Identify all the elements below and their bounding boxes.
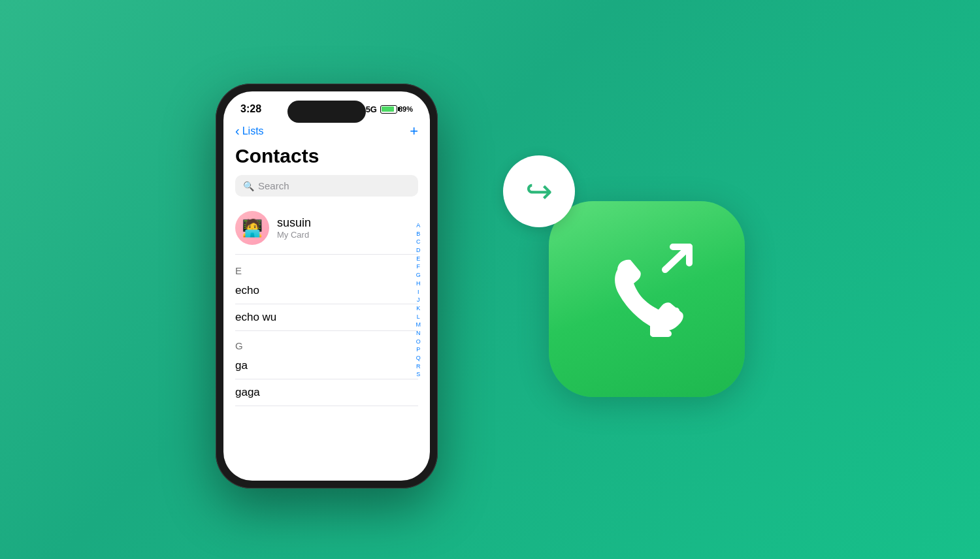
alphabet-index[interactable]: A B C D E F G H I J K L M N O P Q <box>416 222 421 379</box>
list-item[interactable]: echo wu <box>235 304 418 331</box>
alpha-o[interactable]: O <box>416 338 421 346</box>
search-bar[interactable]: 🔍 Search <box>235 175 418 197</box>
alpha-p[interactable]: P <box>416 346 421 354</box>
alpha-e[interactable]: E <box>416 255 421 263</box>
nav-bar: ‹ Lists + <box>223 120 430 145</box>
alpha-s[interactable]: S <box>416 371 421 379</box>
chevron-left-icon: ‹ <box>235 123 240 138</box>
scene: 3:28 5G 89% <box>0 0 980 559</box>
reply-arrow-icon: ↩ <box>525 172 553 210</box>
search-icon: 🔍 <box>243 181 254 191</box>
my-card-info: susuin My Card <box>277 216 311 240</box>
my-card-row[interactable]: 🧑‍💻 susuin My Card <box>235 207 418 255</box>
contact-name: echo wu <box>235 311 276 323</box>
alpha-f[interactable]: F <box>416 263 421 271</box>
svg-line-0 <box>665 247 689 270</box>
contact-name: gaga <box>235 386 260 398</box>
back-button[interactable]: ‹ Lists <box>235 124 264 138</box>
list-item[interactable]: gaga <box>235 379 418 406</box>
alpha-r[interactable]: R <box>416 363 421 371</box>
alpha-j[interactable]: J <box>416 296 421 304</box>
status-time: 3:28 <box>240 103 261 115</box>
search-placeholder: Search <box>258 180 289 191</box>
contacts-content: Contacts 🔍 Search 🧑‍💻 susuin My Card <box>223 145 430 406</box>
section-header-e: E <box>235 261 418 278</box>
phone-mockup: 3:28 5G 89% <box>216 84 438 488</box>
app-icon <box>549 201 745 397</box>
list-item[interactable]: echo <box>235 278 418 304</box>
alpha-a[interactable]: A <box>416 222 421 230</box>
my-card-subtitle: My Card <box>277 230 311 240</box>
alpha-d[interactable]: D <box>416 247 421 255</box>
alpha-b[interactable]: B <box>416 231 421 238</box>
network-label: 5G <box>366 104 377 114</box>
alpha-i[interactable]: I <box>416 289 421 296</box>
reply-circle: ↩ <box>503 155 575 227</box>
list-item[interactable]: ga <box>235 353 418 379</box>
alpha-c[interactable]: C <box>416 238 421 246</box>
phone-with-arrows-icon <box>581 234 712 364</box>
dynamic-island <box>287 101 366 123</box>
alpha-n[interactable]: N <box>416 330 421 338</box>
alpha-g[interactable]: G <box>416 272 421 280</box>
add-contact-button[interactable]: + <box>410 123 418 140</box>
alpha-l[interactable]: L <box>416 313 421 321</box>
battery-percent: 89% <box>399 105 413 113</box>
my-card-name: susuin <box>277 216 311 230</box>
section-header-g: G <box>235 336 418 353</box>
battery-icon <box>380 105 397 114</box>
contact-name: echo <box>235 284 259 296</box>
alpha-m[interactable]: M <box>416 321 421 329</box>
page-title: Contacts <box>235 145 418 167</box>
contact-name: ga <box>235 359 248 372</box>
app-icon-area: ↩ <box>490 142 764 417</box>
battery-container: 89% <box>380 105 413 114</box>
alpha-k[interactable]: K <box>416 305 421 313</box>
alpha-h[interactable]: H <box>416 280 421 288</box>
alpha-q[interactable]: Q <box>416 355 421 362</box>
back-label: Lists <box>242 125 264 137</box>
avatar: 🧑‍💻 <box>235 211 269 245</box>
